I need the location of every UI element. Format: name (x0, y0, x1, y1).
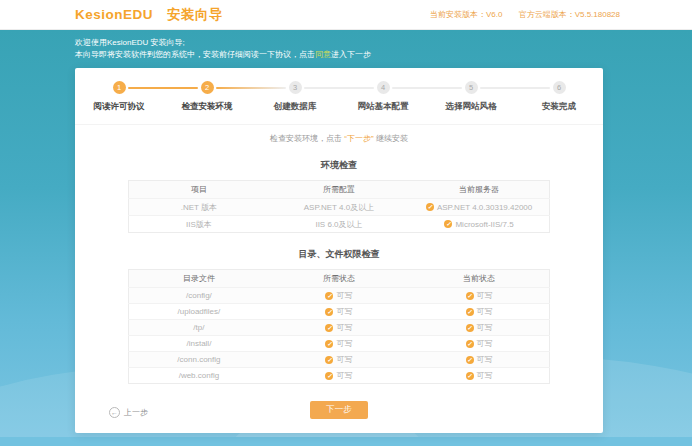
welcome-line2-prefix: 本向导即将安装软件到您的系统中，安装前仔细阅读一下协议，点击 (75, 50, 315, 59)
step-1-circle: 1 (113, 81, 126, 94)
welcome-line2: 本向导即将安装软件到您的系统中，安装前仔细阅读一下协议，点击同意进入下一步 (75, 49, 692, 61)
cloud-version: 官方云端版本：V5.5.180828 (519, 10, 620, 19)
step-1-label: 阅读许可协议 (75, 101, 163, 113)
hint-next-step: “下一步” (344, 134, 373, 143)
previous-step-button[interactable]: ←上一步 (109, 404, 148, 422)
perm-current: ✓可写 (409, 336, 549, 352)
env-check-table: 项目 所需配置 当前服务器 .NET 版本 ASP.NET 4.0及以上 ✓AS… (128, 180, 550, 233)
perm-current: ✓可写 (409, 304, 549, 320)
arrow-left-circle-icon: ← (109, 407, 120, 418)
env-item: IIS版本 (129, 216, 269, 233)
perm-current: ✓可写 (409, 352, 549, 368)
table-row: /web.config ✓可写 ✓可写 (129, 368, 550, 384)
perm-path: /config/ (129, 288, 269, 304)
perm-current-value: 可写 (477, 338, 493, 349)
stepper-connector (216, 87, 286, 89)
step-hint: 检查安装环境，点击 “下一步” 继续安装 (75, 133, 603, 144)
step-6-circle: 6 (553, 81, 566, 94)
perm-required-value: 可写 (336, 354, 352, 365)
welcome-text: 欢迎使用KesionEDU 安装向导; 本向导即将安装软件到您的系统中，安装前仔… (0, 30, 692, 61)
perm-required-value: 可写 (336, 306, 352, 317)
bottom-strip (0, 437, 692, 446)
col-header: 所需状态 (269, 270, 409, 288)
env-current-value: Microsoft-IIS/7.5 (455, 220, 513, 229)
table-row: /config/ ✓可写 ✓可写 (129, 288, 550, 304)
perm-required: ✓可写 (269, 336, 409, 352)
check-circle-icon: ✓ (466, 292, 474, 300)
welcome-line1: 欢迎使用KesionEDU 安装向导; (75, 37, 692, 49)
check-circle-icon: ✓ (466, 324, 474, 332)
env-current: ✓ASP.NET 4.0.30319.42000 (409, 199, 549, 216)
step-3-circle: 3 (289, 81, 302, 94)
check-circle-icon: ✓ (325, 324, 333, 332)
gradient-background: 欢迎使用KesionEDU 安装向导; 本向导即将安装软件到您的系统中，安装前仔… (0, 30, 692, 446)
perm-current-value: 可写 (477, 322, 493, 333)
step-2-label: 检查安装环境 (163, 101, 251, 113)
perm-path: /web.config (129, 368, 269, 384)
stepper: 1 2 3 4 5 6 阅读许可协议 检查安装环境 创建数据库 网站基本配置 选… (75, 68, 603, 125)
step-4-label: 网站基本配置 (339, 101, 427, 113)
env-item: .NET 版本 (129, 199, 269, 216)
wizard-card: 1 2 3 4 5 6 阅读许可协议 检查安装环境 创建数据库 网站基本配置 选… (75, 68, 603, 433)
hint-prefix: 检查安装环境，点击 (270, 134, 344, 143)
previous-step-label: 上一步 (124, 404, 148, 422)
perm-required: ✓可写 (269, 352, 409, 368)
step-2-circle: 2 (201, 81, 214, 94)
app-title: KesionEDU安装向导 (75, 6, 223, 24)
page-title: 安装向导 (167, 7, 223, 22)
check-circle-icon: ✓ (325, 292, 333, 300)
env-required: ASP.NET 4.0及以上 (269, 199, 409, 216)
table-row: /conn.config ✓可写 ✓可写 (129, 352, 550, 368)
col-header: 当前状态 (409, 270, 549, 288)
brand-name: KesionEDU (75, 7, 153, 22)
next-step-button[interactable]: 下一步 (310, 401, 368, 419)
perm-required-value: 可写 (336, 322, 352, 333)
hint-suffix: 继续安装 (374, 134, 408, 143)
step-5-label: 选择网站风格 (427, 101, 515, 113)
check-circle-icon: ✓ (325, 372, 333, 380)
perm-required: ✓可写 (269, 320, 409, 336)
check-circle-icon: ✓ (466, 356, 474, 364)
perm-path: /tp/ (129, 320, 269, 336)
perm-required-value: 可写 (336, 338, 352, 349)
env-current-value: ASP.NET 4.0.30319.42000 (437, 203, 532, 212)
perm-current: ✓可写 (409, 320, 549, 336)
perm-check-table: 目录文件 所需状态 当前状态 /config/ ✓可写 ✓可写 /uploadf… (128, 269, 550, 384)
step-6-label: 安装完成 (515, 101, 603, 113)
table-row: /uploadfiles/ ✓可写 ✓可写 (129, 304, 550, 320)
stepper-connector (392, 87, 462, 89)
agree-link[interactable]: 同意 (315, 50, 331, 59)
step-4-circle: 4 (377, 81, 390, 94)
env-check-title: 环境检查 (75, 159, 603, 172)
stepper-labels: 阅读许可协议 检查安装环境 创建数据库 网站基本配置 选择网站风格 安装完成 (75, 101, 603, 113)
check-circle-icon: ✓ (444, 220, 452, 228)
table-row: /tp/ ✓可写 ✓可写 (129, 320, 550, 336)
step-5-circle: 5 (465, 81, 478, 94)
perm-current-value: 可写 (477, 354, 493, 365)
table-row: IIS版本 IIS 6.0及以上 ✓Microsoft-IIS/7.5 (129, 216, 550, 233)
perm-current: ✓可写 (409, 288, 549, 304)
welcome-line2-suffix: 进入下一步 (331, 50, 371, 59)
perm-required: ✓可写 (269, 288, 409, 304)
stepper-connector (128, 87, 198, 89)
version-info: 当前安装版本：V6.0 官方云端版本：V5.5.180828 (430, 9, 620, 20)
env-required: IIS 6.0及以上 (269, 216, 409, 233)
perm-current-value: 可写 (477, 306, 493, 317)
perm-required: ✓可写 (269, 304, 409, 320)
stepper-connector (480, 87, 550, 89)
perm-current-value: 可写 (477, 370, 493, 381)
check-circle-icon: ✓ (466, 340, 474, 348)
perm-check-title: 目录、文件权限检查 (75, 248, 603, 261)
col-header: 当前服务器 (409, 181, 549, 199)
perm-current: ✓可写 (409, 368, 549, 384)
stepper-connector (304, 87, 374, 89)
perm-required-value: 可写 (336, 370, 352, 381)
perm-path: /uploadfiles/ (129, 304, 269, 320)
col-header: 项目 (129, 181, 269, 199)
stepper-circles: 1 2 3 4 5 6 (75, 81, 603, 95)
check-circle-icon: ✓ (466, 372, 474, 380)
check-circle-icon: ✓ (466, 308, 474, 316)
perm-required-value: 可写 (336, 290, 352, 301)
current-version: 当前安装版本：V6.0 (430, 10, 502, 19)
check-circle-icon: ✓ (426, 203, 434, 211)
